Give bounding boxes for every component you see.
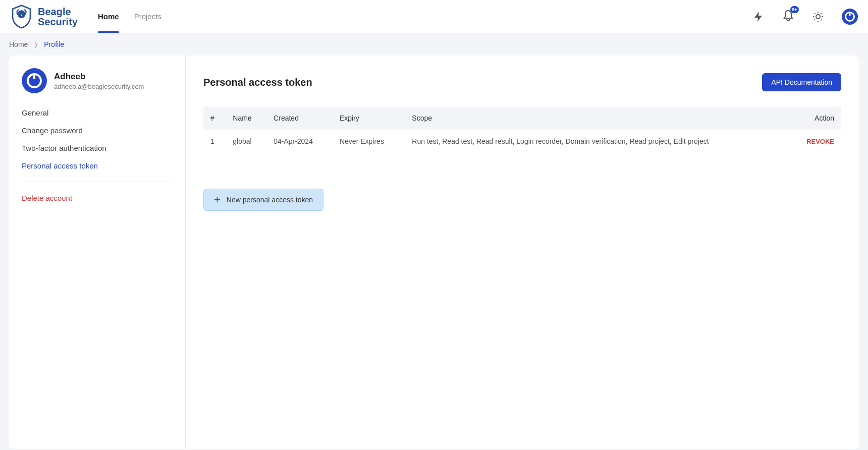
user-avatar-large bbox=[22, 68, 47, 93]
sidebar-item-change-password[interactable]: Change password bbox=[22, 126, 173, 135]
sidebar-menu: General Change password Two-factor authe… bbox=[22, 108, 173, 202]
svg-point-0 bbox=[18, 10, 26, 18]
avatar-glyph-icon bbox=[27, 73, 42, 88]
table-header-row: # Name Created Expiry Scope Action bbox=[203, 106, 841, 130]
notification-badge: 9+ bbox=[790, 6, 799, 13]
app-header: Beagle Security Home Projects 9+ bbox=[0, 0, 868, 33]
th-scope: Scope bbox=[405, 106, 789, 130]
sidebar-item-personal-access-token[interactable]: Personal access token bbox=[22, 161, 173, 170]
brand-name: Beagle Security bbox=[38, 7, 78, 27]
token-table: # Name Created Expiry Scope Action 1 glo… bbox=[203, 106, 841, 153]
revoke-button[interactable]: REVOKE bbox=[806, 138, 834, 145]
nav-tab-home[interactable]: Home bbox=[98, 0, 119, 33]
th-action: Action bbox=[789, 106, 841, 130]
breadcrumb-home[interactable]: Home bbox=[9, 40, 28, 48]
user-email: adheeb.a@beaglesecurity.com bbox=[54, 83, 144, 90]
th-num: # bbox=[203, 106, 226, 130]
nav-tabs: Home Projects bbox=[98, 0, 161, 33]
cell-expiry: Never Expires bbox=[333, 130, 405, 153]
main-card: Adheeb adheeb.a@beaglesecurity.com Gener… bbox=[9, 55, 859, 449]
header-actions: 9+ bbox=[752, 9, 858, 25]
plus-icon: + bbox=[214, 194, 221, 205]
new-token-button[interactable]: + New personal access token bbox=[203, 189, 323, 211]
chevron-right-icon: ❯ bbox=[34, 42, 38, 47]
breadcrumb: Home ❯ Profile bbox=[0, 33, 868, 55]
th-expiry: Expiry bbox=[333, 106, 405, 130]
th-name: Name bbox=[226, 106, 266, 130]
logo-area[interactable]: Beagle Security bbox=[10, 5, 78, 29]
profile-sidebar: Adheeb adheeb.a@beaglesecurity.com Gener… bbox=[9, 55, 186, 449]
user-info: Adheeb adheeb.a@beaglesecurity.com bbox=[22, 68, 173, 93]
api-documentation-button[interactable]: API Documentation bbox=[762, 73, 841, 91]
page-title: Personal access token bbox=[203, 77, 312, 88]
cell-created: 04-Apr-2024 bbox=[266, 130, 333, 153]
page-header: Personal access token API Documentation bbox=[203, 73, 841, 91]
breadcrumb-profile[interactable]: Profile bbox=[44, 40, 64, 48]
cell-num: 1 bbox=[203, 130, 226, 153]
main-panel: Personal access token API Documentation … bbox=[186, 55, 859, 449]
avatar-glyph-icon bbox=[845, 12, 855, 22]
svg-point-1 bbox=[21, 14, 22, 16]
lightning-icon[interactable] bbox=[752, 11, 765, 23]
notifications-button[interactable]: 9+ bbox=[782, 10, 794, 24]
user-name: Adheeb bbox=[54, 72, 144, 82]
sidebar-item-delete-account[interactable]: Delete account bbox=[22, 194, 173, 202]
sidebar-item-two-factor[interactable]: Two-factor authentication bbox=[22, 144, 173, 152]
nav-tab-projects[interactable]: Projects bbox=[134, 0, 161, 33]
sidebar-divider bbox=[22, 182, 173, 182]
cell-action: REVOKE bbox=[789, 130, 841, 153]
new-token-label: New personal access token bbox=[227, 196, 313, 204]
content-wrapper: Adheeb adheeb.a@beaglesecurity.com Gener… bbox=[0, 55, 868, 450]
cell-name: global bbox=[226, 130, 266, 153]
sidebar-item-general[interactable]: General bbox=[22, 108, 173, 117]
th-created: Created bbox=[266, 106, 333, 130]
gear-icon[interactable] bbox=[812, 11, 824, 23]
beagle-shield-icon bbox=[10, 5, 33, 29]
table-row: 1 global 04-Apr-2024 Never Expires Run t… bbox=[203, 130, 841, 153]
user-avatar-small[interactable] bbox=[842, 9, 858, 25]
cell-scope: Run test, Read test, Read result, Login … bbox=[405, 130, 789, 153]
